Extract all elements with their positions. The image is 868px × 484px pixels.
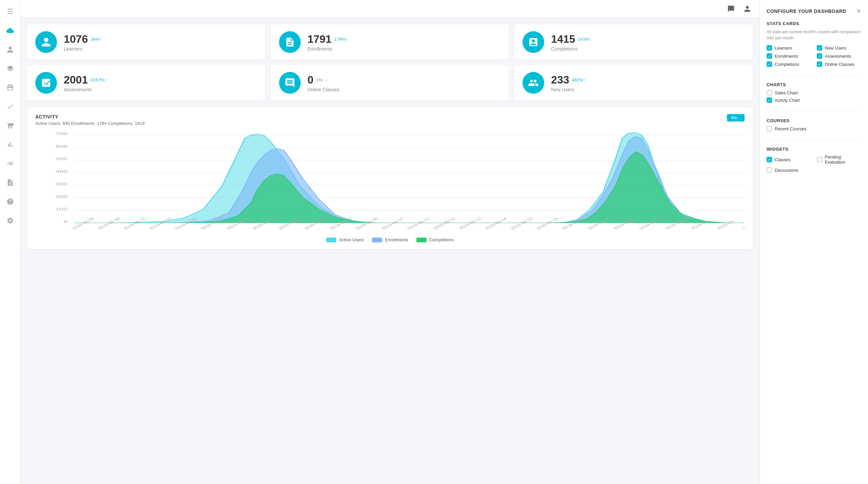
assessments-info: 2001 4157%↑ Assessments (64, 74, 106, 92)
checkbox-completions[interactable] (767, 61, 772, 67)
stats-cards-description: All stats are current month's counts wit… (767, 29, 861, 41)
learners-icon (35, 31, 57, 53)
sidebar-item-layers[interactable] (4, 62, 16, 75)
online-classes-label: Online Classes (308, 87, 339, 92)
svg-text:2019-09-14: 2019-09-14 (483, 217, 509, 230)
option-new-users-label: New Users (825, 45, 847, 51)
checkbox-activity-chart[interactable] (767, 97, 772, 103)
menu-icon[interactable]: ☰ (4, 5, 16, 18)
topbar-user-icon[interactable] (742, 3, 753, 14)
svg-text:2019-09-01: 2019-09-01 (148, 217, 173, 230)
completions-change: 143%↑ (578, 37, 592, 42)
option-completions[interactable]: Completions (767, 61, 811, 67)
checkbox-new-users[interactable] (817, 45, 822, 51)
checkbox-learners[interactable] (767, 45, 772, 51)
option-online-classes[interactable]: Online Classes (817, 61, 862, 67)
option-activity-chart-label: Activty Chart (775, 98, 800, 103)
legend-swatch-completions (416, 238, 427, 242)
widgets-section-title: WIDGETS (767, 147, 861, 152)
activity-chart-card: ACTIVITY Active Users: 845 Enrollments: … (27, 107, 753, 249)
svg-text:600: 600 (56, 144, 67, 149)
config-close-button[interactable]: ✕ (856, 8, 861, 14)
svg-text:300: 300 (56, 182, 67, 186)
active-users-value: 845 (62, 121, 70, 126)
online-classes-icon (279, 72, 301, 94)
config-panel: CONFIGURE YOUR DASHBOARD ✕ STATS CARDS A… (760, 0, 868, 484)
checkbox-enrollments[interactable] (767, 53, 772, 59)
legend-swatch-active-users (326, 238, 336, 242)
option-assessments[interactable]: Assessments (817, 53, 862, 59)
sidebar-item-cloud[interactable] (4, 24, 16, 37)
option-enrollments[interactable]: Enrollments (767, 53, 811, 59)
legend-label-enrollments: Enrollments (385, 237, 408, 242)
option-sales-chart[interactable]: Sales Chart (767, 90, 861, 95)
sidebar-item-chart[interactable] (4, 138, 16, 151)
courses-section-title: COURSES (767, 118, 861, 123)
checkbox-sales-chart[interactable] (767, 90, 772, 95)
config-section-courses: COURSES Recent Courses (767, 118, 861, 131)
svg-text:700: 700 (56, 132, 67, 136)
chart-wrapper: 0 100 200 300 400 500 600 700 800 (35, 131, 745, 233)
sidebar-item-check[interactable] (4, 100, 16, 113)
config-panel-title: CONFIGURE YOUR DASHBOARD (767, 8, 846, 14)
option-assessments-label: Assessments (825, 54, 851, 59)
online-classes-value: 0 (308, 74, 314, 86)
svg-text:400: 400 (56, 169, 67, 174)
enrollments-value: 1791 (308, 33, 332, 45)
learners-value: 1076 (64, 33, 88, 45)
stat-card-enrollments: 1791 179%↑ Enrollments (271, 24, 509, 60)
completions-label: Completions (551, 46, 591, 52)
checkbox-online-classes[interactable] (817, 61, 822, 67)
enrollments-icon (279, 31, 301, 53)
week-button[interactable]: We... (727, 114, 745, 122)
option-classes[interactable]: Classes (767, 154, 811, 165)
stat-card-completions: 1415 143%↑ Completions (514, 24, 753, 60)
option-sales-chart-label: Sales Chart (775, 90, 798, 95)
config-section-widgets: WIDGETS Classes Pending Evaluation Discu… (767, 147, 861, 173)
stat-card-assessments: 2001 4157%↑ Assessments (27, 65, 265, 100)
legend-enrollments: Enrollments (372, 237, 408, 242)
option-discussions[interactable]: Discussions (767, 167, 861, 173)
sidebar: ☰ (0, 0, 20, 484)
sidebar-item-user[interactable] (4, 43, 16, 56)
new-users-number: 233 482%↑ (551, 74, 585, 86)
chart-title: ACTIVITY (35, 114, 144, 119)
sidebar-item-briefcase[interactable] (4, 81, 16, 94)
svg-text:2019-09-15: 2019-09-15 (509, 217, 534, 230)
checkbox-recent-courses[interactable] (767, 126, 772, 131)
sidebar-item-settings[interactable] (4, 215, 16, 227)
checkbox-pending-evaluation[interactable] (817, 157, 822, 162)
option-new-users[interactable]: New Users (817, 45, 862, 51)
option-recent-courses[interactable]: Recent Courses (767, 126, 861, 131)
sidebar-item-file[interactable] (4, 176, 16, 189)
stat-card-online-classes: 0 0% ↔ Online Classes (271, 65, 509, 100)
sidebar-item-help[interactable] (4, 196, 16, 208)
divider-1 (767, 75, 861, 75)
option-learners[interactable]: Learners (767, 45, 811, 51)
learners-label: Learners (64, 46, 102, 52)
divider-2 (767, 111, 861, 111)
option-activity-chart[interactable]: Activty Chart (767, 97, 861, 103)
svg-text:2019-09-17: 2019-09-17 (560, 217, 586, 230)
active-users-label: Active Users: (35, 121, 61, 126)
stat-card-new-users: 233 482%↑ New Users (514, 65, 753, 100)
dashboard: 1076 34%↑ Learners 1791 179%↑ Enrollment… (20, 18, 760, 484)
online-classes-info: 0 0% ↔ Online Classes (308, 74, 339, 92)
new-users-info: 233 482%↑ New Users (551, 74, 585, 92)
new-users-icon (522, 72, 544, 94)
sidebar-item-list[interactable] (4, 157, 16, 170)
checkbox-classes[interactable] (767, 157, 772, 162)
chart-legend: Active Users Enrollments Completions (35, 237, 745, 242)
assessments-number: 2001 4157%↑ (64, 74, 106, 86)
option-pending-evaluation[interactable]: Pending Evaluation (817, 154, 862, 165)
topbar (20, 0, 760, 18)
enrollments-chart-label: Enrollments: (71, 121, 96, 126)
enrollments-change: 179%↑ (334, 37, 348, 42)
checkbox-assessments[interactable] (817, 53, 822, 59)
svg-text:2019-09-11: 2019-09-11 (406, 217, 431, 230)
chat-icon[interactable] (726, 3, 736, 14)
config-section-charts: CHARTS Sales Chart Activty Chart (767, 82, 861, 103)
svg-text:2019-08-30: 2019-08-30 (96, 217, 122, 230)
checkbox-discussions[interactable] (767, 167, 772, 173)
sidebar-item-cart[interactable] (4, 119, 16, 132)
